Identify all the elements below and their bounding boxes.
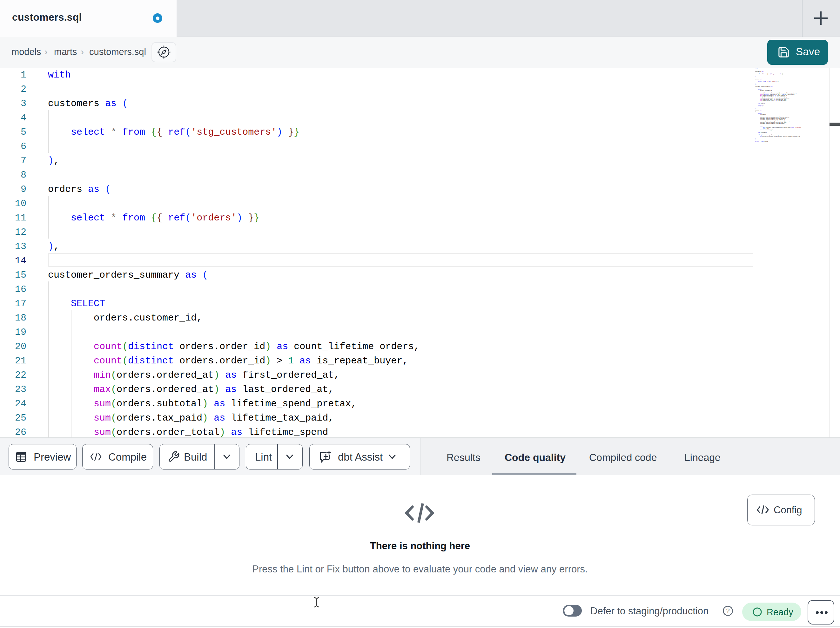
svg-text:?: ? bbox=[726, 607, 729, 614]
